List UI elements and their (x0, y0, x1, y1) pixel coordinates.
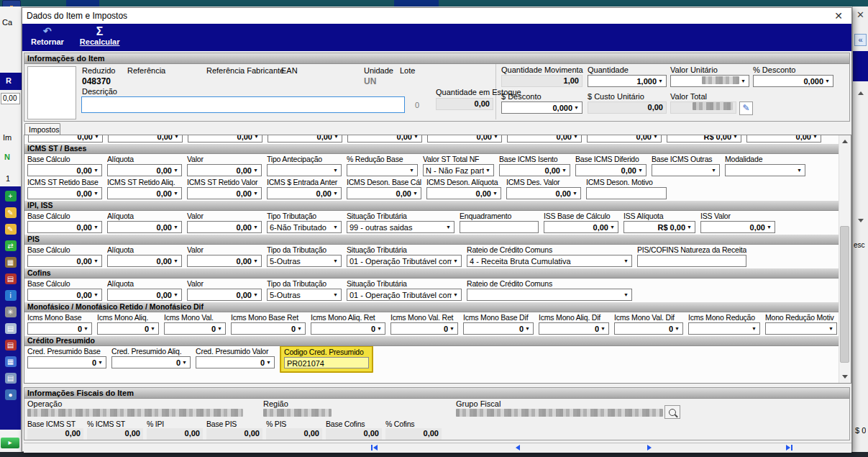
quantidade-combo[interactable]: 1,000▼ (588, 75, 667, 87)
icms-mono-reducao-combo[interactable]: ▼ (688, 322, 760, 335)
icms-mono-base-combo[interactable]: 0▼ (27, 322, 92, 335)
codigo-cred-presumido-input[interactable]: PR021074 (284, 357, 369, 368)
settings-gear-icon[interactable]: ✳ (5, 307, 17, 317)
icms-deson-motivo-input[interactable] (586, 187, 667, 199)
pis-base-calculo-combo[interactable]: 0,00▼ (27, 255, 102, 267)
pis-aliquota-combo[interactable]: 0,00▼ (107, 255, 182, 267)
retornar-button[interactable]: ↶ Retornar (27, 25, 68, 46)
table-grid-icon[interactable]: ▦ (5, 356, 17, 367)
valor-total-edit-button[interactable]: ✎ (739, 101, 753, 115)
clipped-field-9-combo[interactable]: R$ 0,00▼ (667, 135, 741, 142)
ipi-base-calculo-combo[interactable]: 0,00▼ (27, 221, 102, 233)
clipped-field-6-combo[interactable]: 0,00▼ (427, 135, 502, 142)
clipped-field-3-combo[interactable]: 0,00▼ (188, 135, 262, 142)
sync-arrows-icon[interactable]: ⇄ (5, 240, 17, 251)
icms-mono-aliq-combo[interactable]: 0▼ (97, 322, 159, 335)
icms-des-valor-combo[interactable]: 0,00▼ (506, 187, 581, 199)
icms-entrada-anterior-combo[interactable]: 0,00▼ (267, 187, 342, 199)
edit-note-2-icon[interactable]: ✎ (5, 224, 17, 235)
navigator-next-button[interactable] (647, 445, 652, 451)
descricao-input[interactable] (81, 96, 405, 113)
iss-aliquota-combo[interactable]: R$ 0,00▼ (623, 221, 695, 233)
cofins-rateio-credito-combo[interactable]: ▼ (467, 289, 632, 301)
iss-base-calculo-combo[interactable]: 0,00▼ (544, 221, 618, 233)
grupo-fiscal-search-button[interactable] (664, 405, 680, 419)
basket-icon[interactable]: ▦ (5, 257, 17, 268)
background-green-button[interactable]: ▸ (1, 438, 19, 448)
icms-deson-base-calc-combo[interactable]: 0,00▼ (347, 187, 421, 199)
scroll-up-icon[interactable] (858, 91, 864, 95)
icms-base-calculo-combo[interactable]: 0,00▼ (27, 164, 102, 176)
pct-reducao-base-combo[interactable]: ▼ (347, 164, 418, 176)
icms-deson-aliquota-combo[interactable]: 0,00▼ (426, 187, 501, 199)
base-icms-outras-combo[interactable]: ▼ (652, 164, 720, 176)
scrollbar-thumb[interactable] (840, 226, 849, 363)
pis-tipo-tributacao-combo[interactable]: 5-Outras▼ (267, 255, 342, 267)
modalidade-combo[interactable]: ▼ (725, 164, 805, 176)
book-red-2-icon[interactable]: ▤ (5, 340, 17, 350)
icms-mono-aliq-ret-combo[interactable]: 0▼ (311, 322, 385, 335)
book-red-icon[interactable]: ▤ (5, 273, 17, 284)
pis-valor-combo[interactable]: 0,00▼ (187, 255, 262, 267)
scrollbar-down-button[interactable] (839, 371, 850, 382)
enquadramento-input[interactable] (460, 221, 539, 233)
desconto-combo[interactable]: 0,000▼ (501, 101, 583, 114)
worker-user-icon[interactable]: ● (5, 389, 17, 400)
icms-mono-aliq-dif-combo[interactable]: 0▼ (539, 322, 609, 335)
base-icms-diferido-combo[interactable]: 0,00▼ (575, 164, 647, 176)
document-icon[interactable]: ▤ (5, 323, 17, 334)
cofins-base-calculo-combo[interactable]: 0,00▼ (27, 289, 102, 301)
clipped-field-7-combo[interactable]: 0,00▼ (507, 135, 582, 142)
clipped-field-5-combo[interactable]: 0,00▼ (347, 135, 422, 142)
clipped-field-4-combo[interactable]: 0,00▼ (268, 135, 342, 142)
icms-st-retido-valor-combo[interactable]: 0,00▼ (187, 187, 262, 199)
ipi-situacao-tributaria-combo[interactable]: 99 - outras saidas▼ (347, 221, 454, 233)
mono-reducao-motivo-combo[interactable]: ▼ (765, 322, 837, 335)
cofins-tipo-tributacao-combo[interactable]: 5-Outras▼ (267, 289, 342, 301)
iss-valor-combo[interactable]: 0,00▼ (700, 221, 775, 233)
ipi-tipo-tributacao-combo[interactable]: 6-Não Tributado▼ (267, 221, 342, 233)
icms-mono-val-dif-combo[interactable]: 0▼ (614, 322, 683, 335)
clipped-field-8-combo[interactable]: 0,00▼ (587, 135, 662, 142)
cred-presumido-valor-combo[interactable]: 0▼ (196, 356, 275, 368)
icms-st-retido-aliq-combo[interactable]: 0,00▼ (107, 187, 182, 199)
icms-mono-base-ret-combo[interactable]: 0▼ (231, 322, 306, 335)
clipped-field-10-combo[interactable]: 0,00▼ (746, 135, 821, 142)
navigator-previous-button[interactable] (516, 445, 520, 451)
icms-valor-combo[interactable]: 0,00▼ (187, 164, 262, 176)
clipped-field-1-combo[interactable]: 0,00▼ (28, 135, 103, 142)
cofins-situacao-tributaria-combo[interactable]: 01 - Operação Tributável com▼ (347, 289, 462, 301)
icms-mono-val-combo[interactable]: 0▼ (164, 322, 226, 335)
background-close-icon[interactable]: ✕ (856, 9, 864, 20)
cofins-valor-combo[interactable]: 0,00▼ (187, 289, 262, 301)
recalcular-button[interactable]: Σ Recalcular (76, 25, 124, 46)
clipped-field-2-combo[interactable]: 0,00▼ (108, 135, 183, 142)
ipi-valor-combo[interactable]: 0,00▼ (187, 221, 262, 233)
tab-impostos[interactable]: Impostos (24, 123, 60, 135)
scroll-down-icon[interactable] (858, 219, 864, 222)
icms-mono-base-dif-combo[interactable]: 0▼ (463, 322, 534, 335)
add-icon[interactable]: + (5, 191, 17, 202)
icms-aliquota-combo[interactable]: 0,00▼ (107, 164, 182, 176)
impostos-scrollbar[interactable] (839, 135, 851, 383)
collapse-badge[interactable]: « (854, 34, 867, 46)
tipo-antecipacao-combo[interactable]: ▼ (267, 164, 342, 176)
navigator-last-button[interactable] (786, 445, 792, 451)
pct-desconto-combo[interactable]: 0,000▼ (753, 75, 833, 87)
valor-st-total-nf-combo[interactable]: N - Não Faz part▼ (423, 164, 494, 176)
valor-unitario-combo[interactable]: ▼ (670, 75, 749, 87)
info-icon[interactable]: i (5, 290, 17, 301)
base-icms-isento-combo[interactable]: 0,00▼ (499, 164, 570, 176)
ipi-aliquota-combo[interactable]: 0,00▼ (107, 221, 182, 233)
pis-situacao-tributaria-combo[interactable]: 01 - Operação Tributável com▼ (347, 255, 462, 267)
icms-st-retido-base-combo[interactable]: 0,00▼ (27, 187, 102, 199)
icms-mono-val-ret-combo[interactable]: 0▼ (390, 322, 458, 335)
edit-note-icon[interactable]: ✎ (5, 207, 17, 218)
pis-rateio-credito-combo[interactable]: 4 - Receita Bruta Cumulativa▼ (467, 255, 632, 267)
close-icon[interactable]: ✕ (830, 9, 847, 23)
scrollbar-up-button[interactable] (839, 136, 850, 147)
navigator-first-button[interactable] (371, 445, 378, 451)
pis-cofins-natureza-receita-input[interactable] (637, 255, 746, 267)
cred-presumido-base-combo[interactable]: 0▼ (27, 356, 106, 368)
cred-presumido-aliq-combo[interactable]: 0▼ (111, 356, 191, 368)
